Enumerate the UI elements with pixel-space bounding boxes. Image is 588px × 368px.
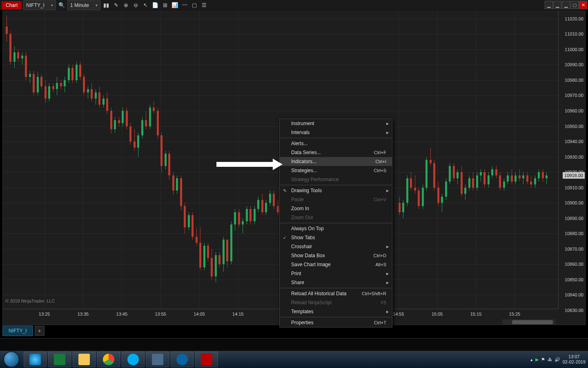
menu-shortcut: Ctrl+D [374,253,386,258]
menu-share[interactable]: Share [280,278,392,287]
zoom-in-icon[interactable]: ⊕ [122,1,130,9]
taskbar-teamviewer[interactable] [171,352,194,367]
close-btn[interactable]: ✕ [579,1,587,9]
window-controls: ▁ ▁ ▁ ▢ ✕ [545,1,587,9]
app-icon [152,354,163,365]
menu-strategy-performance: Strategy Performance [280,175,392,184]
y-axis[interactable]: 11020.0011010.0011000.0010990.0010980.00… [558,11,585,309]
chevron-down-icon: ▾ [51,3,53,7]
tray-clock[interactable]: 13:07 02-02-2019 [563,354,586,365]
menu-save-chart-image[interactable]: Save Chart ImageAlt+S [280,260,392,269]
menu-label: Zoom In [291,206,309,211]
bottom-spacer [0,338,588,351]
copyright-text: © 2019 NinjaTrader, LLC [5,298,55,303]
y-tick: 10940.00 [565,139,584,144]
taskbar-ninjatrader[interactable] [195,352,218,367]
menu-always-on-top[interactable]: Always On Top [280,224,392,233]
menu-label: Alerts... [291,141,308,146]
menu-indicators[interactable]: Indicators...Ctrl+I [280,157,392,166]
menu-drawing-tools[interactable]: ✎Drawing Tools [280,186,392,195]
chart-title: Chart [2,1,22,9]
chart-tabs: NIFTY_I + [2,325,45,337]
menu-crosshair[interactable]: Crosshair [280,242,392,251]
tray-date: 02-02-2019 [563,359,586,365]
instrument-selector[interactable]: NIFTY_I▾ [23,0,56,10]
menu-show-data-box[interactable]: Show Data BoxCtrl+D [280,251,392,260]
search-icon[interactable]: 🔍 [58,1,66,9]
horizontal-scrollbar[interactable] [502,319,555,325]
cursor-icon[interactable]: ↖ [141,1,149,9]
interval-selector[interactable]: 1 Minute▾ [67,0,100,10]
folder-icon [78,354,90,365]
tab-active[interactable]: NIFTY_I [2,325,33,336]
menu-label: Strategies... [291,168,317,173]
menu-shortcut: Ctrl+V [374,197,386,202]
x-tick: 14:15 [232,312,244,316]
menu-label: Data Series... [291,150,321,155]
menu-strategies[interactable]: Strategies...Ctrl+S [280,166,392,175]
start-button[interactable] [0,351,23,368]
y-tick: 11020.00 [565,16,584,21]
taskbar-ie[interactable] [24,352,47,367]
menu-templates[interactable]: Templates [280,307,392,316]
tray-flag-icon[interactable]: ⚑ [541,357,545,362]
chart-trader-icon[interactable]: ⊞ [161,1,169,9]
indicators-icon[interactable]: 📊 [171,1,179,9]
x-tick: 13:25 [39,312,50,316]
menu-reload-all-historical-data[interactable]: Reload All Historical DataCtrl+Shift+R [280,289,392,298]
minimize-window-btn-inner[interactable]: ▁ [545,1,553,9]
x-tick: 13:35 [78,312,89,316]
x-tick: 14:55 [393,312,404,316]
menu-alerts[interactable]: Alerts... [280,139,392,148]
taskbar-skype[interactable] [122,352,145,367]
menu-paste: PasteCtrl+V [280,195,392,204]
y-tick: 10900.00 [565,200,584,205]
taskbar-chrome[interactable] [97,352,120,367]
zoom-out-icon[interactable]: ⊖ [131,1,140,9]
instrument-value: NIFTY_I [26,2,45,8]
menu-intervals[interactable]: Intervals [280,128,392,137]
menu-instrument[interactable]: Instrument [280,119,392,128]
menu-data-series[interactable]: Data Series...Ctrl+F [280,148,392,157]
tray-up-icon[interactable]: ▴ [530,357,533,362]
menu-label: Reload All Historical Data [291,291,346,296]
tray-sound-icon[interactable]: 🔊 [555,357,560,362]
teamviewer-icon [176,354,188,365]
top-toolbar: Chart NIFTY_I▾ 🔍 1 Minute▾ ▮▮ ✎ ⊕ ⊖ ↖ 📄 … [0,0,588,10]
menu-label: Paste [291,197,304,202]
minimize-btn[interactable]: ▁ [562,1,570,9]
taskbar-explorer[interactable] [73,352,96,367]
pointer-arrow [216,162,274,167]
data-box-icon[interactable]: ▢ [190,1,198,9]
windows-taskbar: ▴ ▶ ⚑ 🖧 🔊 13:07 02-02-2019 [0,351,588,368]
menu-show-tabs[interactable]: ✓Show Tabs [280,233,392,242]
menu-properties[interactable]: PropertiesCtrl+T [280,318,392,327]
properties-icon[interactable]: ☰ [200,1,208,9]
taskbar-app1[interactable] [146,352,169,367]
data-series-icon[interactable]: 📄 [151,1,159,9]
taskbar-excel[interactable] [48,352,71,367]
interval-value: 1 Minute [70,2,89,8]
y-tick: 10990.00 [565,62,584,67]
menu-zoom-in[interactable]: Zoom In [280,204,392,213]
candlestick-icon[interactable]: ▮▮ [102,1,110,9]
scrollbar-thumb[interactable] [512,320,553,324]
x-tick: 15:05 [432,312,443,316]
menu-print[interactable]: Print [280,269,392,278]
chrome-icon [103,354,114,365]
tray-time: 13:07 [563,354,586,359]
tray-play-icon[interactable]: ▶ [535,357,539,362]
spacer-btn[interactable]: ▁ [553,1,561,9]
draw-icon[interactable]: ✎ [112,1,120,9]
tray-network-icon[interactable]: 🖧 [548,357,552,362]
system-tray: ▴ ▶ ⚑ 🖧 🔊 13:07 02-02-2019 [528,351,588,368]
menu-label: Strategy Performance [291,177,339,182]
menu-label: Drawing Tools [291,188,322,193]
menu-label: Show Tabs [291,235,315,240]
strategies-icon[interactable]: 〰 [180,1,189,9]
tab-add-button[interactable]: + [35,326,45,336]
menu-label: Print [291,271,301,276]
maximize-btn[interactable]: ▢ [570,1,579,9]
y-tick: 10950.00 [565,124,584,129]
menu-zoom-out: Zoom Out [280,213,392,222]
